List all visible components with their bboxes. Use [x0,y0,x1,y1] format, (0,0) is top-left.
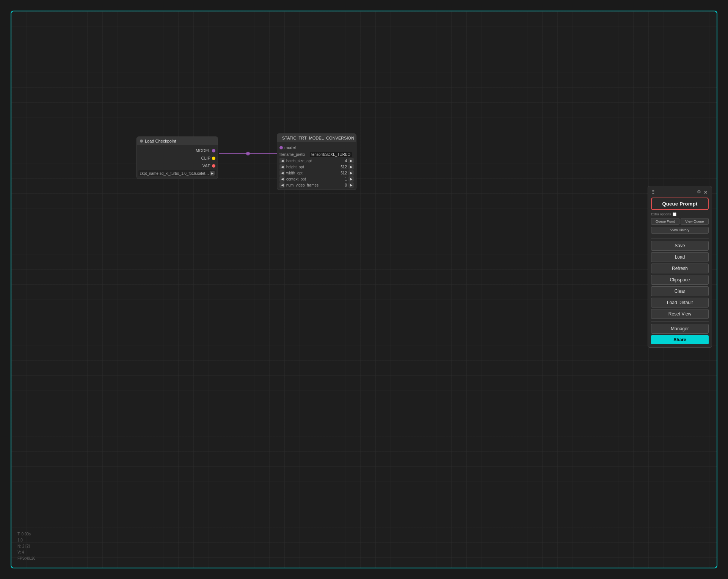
static-trt-title: STATIC_TRT_MODEL_CONVERSION [277,134,356,142]
status-line1: 1.0 [17,537,35,543]
close-panel-button[interactable]: ✕ [703,189,709,195]
trt-node-body: model filename_prefix tensorrt/SDXL_TURB… [277,142,356,190]
status-n: N: 2 [2] [17,543,35,549]
num-video-frames-label: num_video_frames [285,183,337,187]
num-video-frames-stepper: ◀ num_video_frames 0 ▶ [277,182,356,188]
panel-header: ⠿ ⚙ ✕ [651,189,709,195]
node-title-text: Load Checkpoint [145,139,176,143]
filename-prefix-label: filename_prefix [279,152,310,157]
main-window: Load Checkpoint MODEL CLIP VAE ckpt_name… [11,11,717,568]
width-increase-btn[interactable]: ▶ [348,170,354,176]
batch-size-label: batch_size_opt [285,159,337,163]
panel-icon-group: ⚙ ✕ [697,189,709,195]
svg-point-0 [246,152,250,155]
model-input-port[interactable] [279,146,283,149]
context-opt-value: 1 [337,177,348,181]
width-opt-label: width_opt [285,171,337,175]
height-opt-label: height_opt [285,165,337,169]
width-decrease-btn[interactable]: ◀ [279,170,285,176]
clip-output-port[interactable] [212,157,215,160]
load-default-button[interactable]: Load Default [651,298,709,308]
load-checkpoint-node: Load Checkpoint MODEL CLIP VAE ckpt_name… [136,137,218,179]
view-history-button[interactable]: View History [651,227,709,234]
queue-prompt-button[interactable]: Queue Prompt [651,198,709,210]
filename-prefix-field: filename_prefix tensorrt/SDXL_TURBO [277,151,356,158]
num-video-frames-value: 0 [337,183,348,187]
settings-icon[interactable]: ⚙ [697,189,701,195]
status-fps: FPS:49.26 [17,555,35,562]
save-button[interactable]: Save [651,241,709,251]
view-queue-button[interactable]: View Queue [681,218,709,225]
connections-layer [11,11,717,568]
queue-buttons-row: Queue Front View Queue [651,218,709,225]
divider-1 [651,238,709,239]
model-label: MODEL [196,148,210,153]
status-t: T: 0.00s [17,531,35,537]
queue-front-button[interactable]: Queue Front [651,218,679,225]
trt-title-text: STATIC_TRT_MODEL_CONVERSION [282,136,354,140]
model-input-row: model [277,144,356,151]
panel-drag-handle[interactable]: ⠿ [651,189,655,195]
load-checkpoint-title: Load Checkpoint [137,137,218,145]
height-decrease-btn[interactable]: ◀ [279,164,285,169]
vae-output-port[interactable] [212,164,215,168]
filename-prefix-value[interactable]: tensorrt/SDXL_TURBO [310,152,352,157]
context-opt-stepper: ◀ context_opt 1 ▶ [277,176,356,182]
batch-size-increase-btn[interactable]: ▶ [348,158,354,163]
context-decrease-btn[interactable]: ◀ [279,176,285,182]
load-button[interactable]: Load [651,252,709,262]
extra-options-row: Extra options [651,212,709,216]
width-opt-value: 512 [337,171,348,175]
batch-size-decrease-btn[interactable]: ◀ [279,158,285,163]
height-increase-btn[interactable]: ▶ [348,164,354,169]
video-frames-increase-btn[interactable]: ▶ [348,182,354,188]
model-output-row: MODEL [137,147,218,154]
checkpoint-name: ckpt_name sd_xl_turbo_1.0_fp16.safetenso… [140,171,210,176]
clip-output-row: CLIP [137,154,218,162]
share-button[interactable]: Share [651,335,709,344]
clipspace-button[interactable]: Clipspace [651,275,709,285]
side-panel: ⠿ ⚙ ✕ Queue Prompt Extra options Queue F… [648,186,712,348]
video-frames-decrease-btn[interactable]: ◀ [279,182,285,188]
divider-2 [651,321,709,322]
manager-button[interactable]: Manager [651,324,709,334]
context-opt-label: context_opt [285,177,337,181]
canvas-area[interactable]: Load Checkpoint MODEL CLIP VAE ckpt_name… [11,11,717,568]
clip-label: CLIP [201,156,210,160]
extra-options-label: Extra options [651,212,671,216]
extra-options-checkbox[interactable] [673,212,676,216]
clear-button[interactable]: Clear [651,286,709,296]
node-body: MODEL CLIP VAE ckpt_name sd_xl_turbo_1.0… [137,145,218,179]
checkpoint-selector[interactable]: ckpt_name sd_xl_turbo_1.0_fp16.safetenso… [138,170,216,176]
height-opt-value: 512 [337,165,348,169]
vae-output-row: VAE [137,162,218,169]
checkpoint-arrow-icon[interactable]: ▶ [210,171,215,176]
reset-view-button[interactable]: Reset View [651,309,709,319]
status-v: V: 4 [17,549,35,555]
vae-label: VAE [202,163,210,168]
static-trt-node: STATIC_TRT_MODEL_CONVERSION model filena… [277,133,356,190]
node-status-dot [140,140,143,143]
height-opt-stepper: ◀ height_opt 512 ▶ [277,164,356,170]
width-opt-stepper: ◀ width_opt 512 ▶ [277,170,356,176]
batch-size-value: 4 [337,159,348,163]
model-input-label: model [284,145,296,150]
model-output-port[interactable] [212,149,215,152]
batch-size-stepper: ◀ batch_size_opt 4 ▶ [277,158,356,164]
refresh-button[interactable]: Refresh [651,264,709,273]
context-increase-btn[interactable]: ▶ [348,176,354,182]
status-bar: T: 0.00s 1.0 N: 2 [2] V: 4 FPS:49.26 [17,531,35,562]
